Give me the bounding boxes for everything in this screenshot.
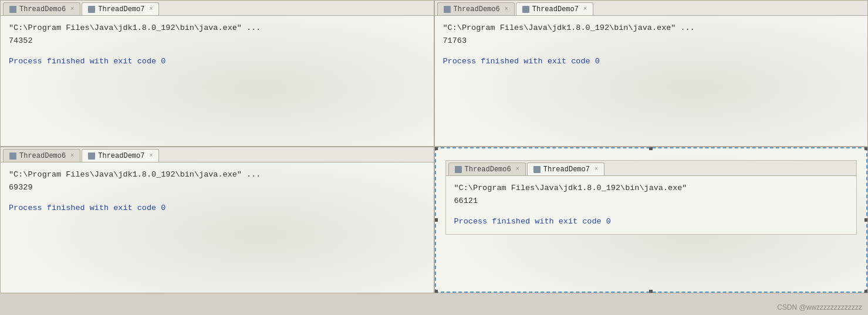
tab-threaddemo7-1[interactable]: ThreadDemo7 × — [82, 2, 159, 15]
output-number-1: 74352 — [9, 35, 425, 48]
corner-handle-tl — [434, 147, 438, 150]
tab-label: ThreadDemo6 — [19, 152, 66, 160]
corner-handle-tm — [649, 147, 653, 150]
file-icon — [9, 6, 16, 13]
inner-panel-4: ThreadDemo6 × ThreadDemo7 × "C:\Program … — [445, 160, 857, 235]
watermark-text: CSDN @wwzzzzzzzzzzzzz — [777, 303, 862, 311]
panel-1: ThreadDemo6 × ThreadDemo7 × "C:\Program … — [0, 0, 434, 147]
corner-handle-bl — [434, 290, 438, 293]
panel-3-content: "C:\Program Files\Java\jdk1.8.0_192\bin\… — [1, 162, 434, 221]
panel-3: ThreadDemo6 × ThreadDemo7 × "C:\Program … — [0, 147, 434, 293]
tab-close-icon[interactable]: × — [70, 153, 74, 159]
file-icon — [88, 6, 95, 13]
tab-close-icon[interactable]: × — [149, 153, 153, 159]
tab-label: ThreadDemo7 — [543, 165, 590, 174]
java-command-3: "C:\Program Files\Java\jdk1.8.0_192\bin\… — [9, 168, 425, 181]
output-number-2: 71763 — [443, 35, 860, 48]
tab-bar-2: ThreadDemo6 × ThreadDemo7 × — [435, 1, 868, 16]
tab-close-icon[interactable]: × — [149, 6, 153, 12]
tab-close-icon[interactable]: × — [516, 166, 519, 172]
output-number-4: 66121 — [454, 195, 849, 208]
tab-close-icon[interactable]: × — [583, 6, 587, 12]
panel-1-content: "C:\Program Files\Java\jdk1.8.0_192\bin\… — [1, 16, 434, 74]
corner-handle-br — [864, 290, 868, 293]
tab-label: ThreadDemo7 — [98, 152, 144, 160]
tab-label: ThreadDemo6 — [454, 5, 500, 13]
tab-label: ThreadDemo7 — [98, 5, 144, 13]
tab-close-icon[interactable]: × — [70, 6, 74, 12]
process-status-3: Process finished with exit code 0 — [9, 202, 425, 215]
process-status-4: Process finished with exit code 0 — [454, 215, 849, 228]
tab-label: ThreadDemo6 — [465, 165, 511, 174]
corner-handle-bm — [649, 290, 653, 293]
output-number-3: 69329 — [9, 181, 425, 194]
tab-threaddemo6-4[interactable]: ThreadDemo6 × — [448, 162, 526, 175]
tab-close-icon[interactable]: × — [505, 6, 508, 12]
panel-4: ThreadDemo6 × ThreadDemo7 × "C:\Program … — [434, 147, 869, 293]
file-icon — [444, 6, 451, 13]
java-command-2: "C:\Program Files\Java\jdk1.8.0_192\bin\… — [443, 22, 860, 35]
tab-threaddemo7-3[interactable]: ThreadDemo7 × — [82, 149, 159, 162]
tab-bar-1: ThreadDemo6 × ThreadDemo7 × — [1, 1, 434, 16]
corner-handle-mr — [864, 218, 868, 222]
panel-4-content: "C:\Program Files\Java\jdk1.8.0_192\bin\… — [446, 176, 857, 234]
file-icon — [9, 153, 16, 160]
tab-threaddemo6-3[interactable]: ThreadDemo6 × — [3, 149, 80, 162]
watermark: CSDN @wwzzzzzzzzzzzzz — [777, 302, 862, 313]
process-status-1: Process finished with exit code 0 — [9, 55, 425, 68]
process-status-2: Process finished with exit code 0 — [443, 55, 860, 68]
corner-handle-ml — [434, 218, 438, 222]
file-icon — [522, 6, 529, 13]
main-grid: ThreadDemo6 × ThreadDemo7 × "C:\Program … — [0, 0, 868, 293]
tab-bar-3: ThreadDemo6 × ThreadDemo7 × — [1, 147, 434, 162]
tab-threaddemo6-1[interactable]: ThreadDemo6 × — [3, 2, 80, 15]
tab-close-icon[interactable]: × — [595, 166, 598, 172]
file-icon — [533, 166, 541, 173]
file-icon — [455, 166, 462, 173]
file-icon — [88, 153, 95, 160]
java-command-1: "C:\Program Files\Java\jdk1.8.0_192\bin\… — [9, 22, 425, 35]
tab-threaddemo7-2[interactable]: ThreadDemo7 × — [516, 2, 593, 15]
panel-2-content: "C:\Program Files\Java\jdk1.8.0_192\bin\… — [435, 16, 868, 74]
tab-bar-4: ThreadDemo6 × ThreadDemo7 × — [446, 161, 857, 176]
panel-2: ThreadDemo6 × ThreadDemo7 × "C:\Program … — [434, 0, 869, 147]
java-command-4: "C:\Program Files\Java\jdk1.8.0_192\bin\… — [454, 182, 849, 195]
tab-label: ThreadDemo6 — [19, 5, 66, 13]
tab-threaddemo6-2[interactable]: ThreadDemo6 × — [437, 2, 515, 15]
tab-label: ThreadDemo7 — [532, 5, 579, 13]
tab-threaddemo7-4[interactable]: ThreadDemo7 × — [527, 162, 604, 175]
corner-handle-tr — [864, 147, 868, 150]
